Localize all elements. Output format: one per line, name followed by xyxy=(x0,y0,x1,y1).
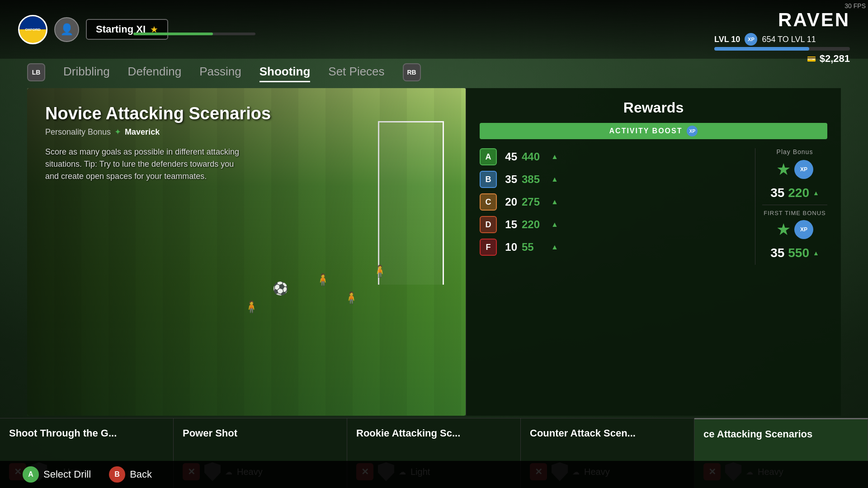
tab-passing[interactable]: Passing xyxy=(199,62,241,82)
reward-row-f: F 10 55 ▲ xyxy=(480,239,748,256)
play-bonus-scores: 35 220 ▲ xyxy=(762,186,827,200)
action-bar: A Select Drill B Back xyxy=(0,461,868,488)
level-progress-fill xyxy=(714,47,809,51)
rewards-panel: Rewards ACTIVITY BOOST XP A 45 440 ▲ B 3… xyxy=(466,88,841,416)
grade-badge-b: B xyxy=(480,171,497,188)
xp-arrow-c: ▲ xyxy=(551,198,558,206)
reward-row-b: B 35 385 ▲ xyxy=(480,171,748,188)
rewards-columns: A 45 440 ▲ B 35 385 ▲ C 20 275 ▲ xyxy=(480,148,827,265)
reward-row-d: D 15 220 ▲ xyxy=(480,216,748,233)
select-drill-action[interactable]: A Select Drill xyxy=(23,466,91,483)
first-time-bonus-scores: 35 550 ▲ xyxy=(762,246,827,260)
club-badge: OXFORD xyxy=(18,15,47,44)
bonus-column: Play Bonus ★ XP 35 220 ▲ FIRST TIME BONU… xyxy=(755,148,827,265)
xp-to-level: 654 TO LVL 11 xyxy=(762,35,816,44)
activity-boost-xp-badge: XP xyxy=(687,126,698,136)
player-xp-bar xyxy=(133,33,255,35)
drill-title: Novice Attacking Scenarios xyxy=(45,104,448,123)
tab-dribbling[interactable]: Dribbling xyxy=(63,62,110,82)
manager-avatar: 👤 xyxy=(54,17,79,42)
first-time-bonus-header: FIRST TIME BONUS xyxy=(762,210,827,216)
tab-set-pieces[interactable]: Set Pieces xyxy=(328,62,384,82)
rewards-title: Rewards xyxy=(480,99,827,116)
nav-tabs: LB Dribbling Defending Passing Shooting … xyxy=(27,59,841,86)
personality-bonus: Personality Bonus ✦ Maverick xyxy=(45,127,448,137)
select-drill-label: Select Drill xyxy=(43,469,91,480)
b-button: B xyxy=(109,466,125,483)
left-bumper[interactable]: LB xyxy=(27,63,45,81)
main-content: ⚽ 🧍 🧍 🧍 🧍 Novice Attacking Scenarios Per… xyxy=(27,88,841,416)
player-name: RAVEN xyxy=(714,9,850,31)
xp-arrow-d: ▲ xyxy=(551,221,558,229)
play-bonus-header: Play Bonus xyxy=(762,148,827,155)
drill-info-panel: ⚽ 🧍 🧍 🧍 🧍 Novice Attacking Scenarios Per… xyxy=(27,88,466,416)
first-time-bonus-arrow: ▲ xyxy=(813,249,819,257)
right-header: RAVEN LVL 10 XP 654 TO LVL 11 💳 $2,281 xyxy=(714,9,850,65)
level-progress-bar xyxy=(714,47,850,51)
grade-rewards: A 45 440 ▲ B 35 385 ▲ C 20 275 ▲ xyxy=(480,148,748,265)
club-section: OXFORD 👤 Starting XI ★ xyxy=(18,15,168,44)
reward-row-a: A 45 440 ▲ xyxy=(480,148,748,165)
xp-arrow-b: ▲ xyxy=(551,175,558,183)
grade-badge-f: F xyxy=(480,239,497,256)
xp-arrow-f: ▲ xyxy=(551,243,558,251)
reward-row-c: C 20 275 ▲ xyxy=(480,193,748,211)
grade-badge-d: D xyxy=(480,216,497,233)
fps-counter: 30 FPS xyxy=(844,2,866,9)
divider xyxy=(762,205,827,205)
starting-xi-badge: Starting XI ★ xyxy=(86,19,168,40)
play-bonus-icons: ★ XP xyxy=(762,160,827,179)
activity-boost-bar: ACTIVITY BOOST XP xyxy=(480,123,827,139)
player-xp-fill xyxy=(133,33,213,35)
tab-shooting[interactable]: Shooting xyxy=(259,62,311,82)
play-bonus-arrow: ▲ xyxy=(813,189,819,197)
play-bonus-star-icon: ★ xyxy=(776,160,791,179)
tab-defending[interactable]: Defending xyxy=(128,62,182,82)
xp-arrow-a: ▲ xyxy=(551,153,558,161)
grade-badge-c: C xyxy=(480,193,497,211)
back-action[interactable]: B Back xyxy=(109,466,152,483)
personality-icon: ✦ xyxy=(114,127,121,137)
first-time-xp-badge: XP xyxy=(794,220,813,239)
play-bonus-xp-badge: XP xyxy=(794,160,813,179)
pitch-players: ⚽ 🧍 🧍 🧍 🧍 xyxy=(159,170,444,350)
first-time-bonus-icons: ★ XP xyxy=(762,220,827,239)
grade-badge-a: A xyxy=(480,148,497,165)
xp-badge: XP xyxy=(745,33,757,46)
back-label: Back xyxy=(130,469,152,480)
right-bumper[interactable]: RB xyxy=(403,63,421,81)
top-bar: OXFORD 👤 Starting XI ★ RAVEN LVL 10 XP 6… xyxy=(0,0,868,59)
first-time-star-icon: ★ xyxy=(776,220,791,239)
level-label: LVL 10 xyxy=(714,35,740,44)
a-button: A xyxy=(23,466,39,483)
level-bar-container: LVL 10 XP 654 TO LVL 11 xyxy=(714,33,850,46)
